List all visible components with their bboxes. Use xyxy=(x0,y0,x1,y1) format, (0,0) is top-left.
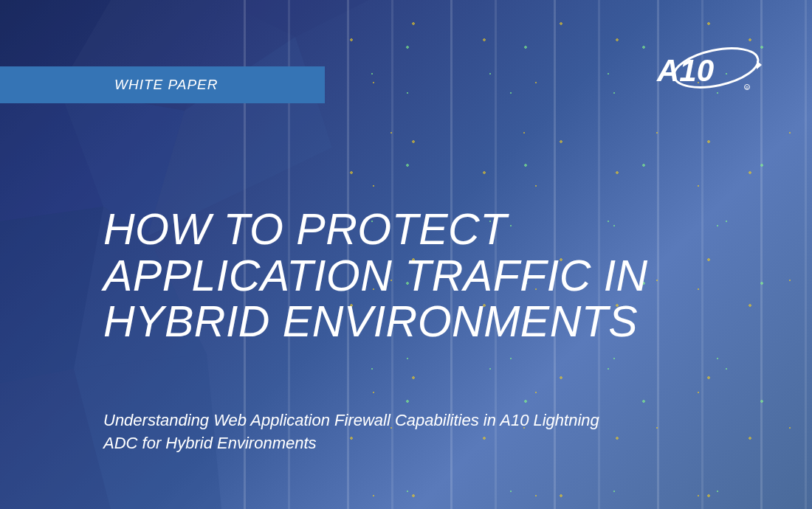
subtitle-text: Understanding Web Application Firewall C… xyxy=(103,409,620,455)
document-title: HOW TO PROTECT APPLICATION TRAFFIC IN HY… xyxy=(103,207,768,345)
badge-label: WHITE PAPER xyxy=(114,77,219,93)
a10-logo: A10 R xyxy=(642,44,764,99)
svg-text:R: R xyxy=(746,86,749,90)
svg-text:A10: A10 xyxy=(656,53,714,88)
document-subtitle: Understanding Web Application Firewall C… xyxy=(103,409,620,455)
document-type-badge: WHITE PAPER xyxy=(0,66,325,103)
title-text: HOW TO PROTECT APPLICATION TRAFFIC IN HY… xyxy=(103,207,768,345)
